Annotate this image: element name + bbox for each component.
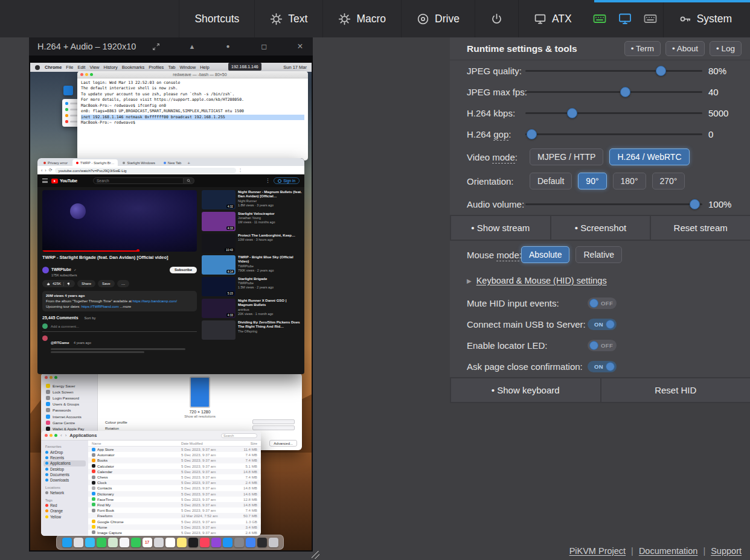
- window-resize-handle[interactable]: [312, 551, 319, 559]
- finder-file-row[interactable]: Calculator 5 Dec 2023, 9:37 am 5.1 MB: [88, 463, 261, 469]
- hid-settings-link[interactable]: Keyboard & Mouse (HID) settings: [476, 276, 607, 285]
- back-icon[interactable]: ‹: [41, 168, 42, 173]
- close-traffic-light[interactable]: [45, 434, 48, 437]
- hid-action-button[interactable]: • Show keyboard: [450, 378, 600, 402]
- slider-thumb[interactable]: [620, 87, 630, 97]
- toggle-switch[interactable]: OFF: [588, 340, 617, 351]
- settings-sidebar-item[interactable]: Lock Screen: [44, 389, 94, 395]
- advanced-button[interactable]: Advanced...: [269, 440, 297, 447]
- finder-column-headers[interactable]: Name Date Modified Size: [88, 441, 261, 447]
- close-traffic-light[interactable]: [45, 376, 48, 379]
- orientation-option[interactable]: Default: [530, 173, 572, 189]
- slider[interactable]: [525, 87, 702, 97]
- finder-file-row[interactable]: Google Chrome 5 Dec 2023, 9:37 am 1.3 GB: [88, 518, 261, 524]
- panel-header-button[interactable]: • About: [665, 41, 705, 56]
- finder-sidebar-item[interactable]: Documents: [43, 472, 86, 477]
- dock-icon[interactable]: [269, 538, 278, 547]
- dock-icon[interactable]: [62, 538, 72, 547]
- finder-file-row[interactable]: Books 5 Dec 2023, 9:37 am 7.4 MB: [88, 457, 261, 463]
- finder-file-row[interactable]: Clock 5 Dec 2023, 9:37 am 2.4 MB: [88, 480, 261, 485]
- colour-profile-dropdown[interactable]: [252, 419, 295, 424]
- slider-thumb[interactable]: [567, 108, 577, 118]
- finder-sidebar-item[interactable]: Tags: [43, 497, 86, 502]
- finder-sidebar-item[interactable]: Downloads: [43, 477, 86, 483]
- forward-icon[interactable]: ›: [45, 168, 46, 173]
- slider-thumb[interactable]: [690, 199, 700, 209]
- support-link[interactable]: Support: [711, 546, 742, 556]
- related-video[interactable]: Dividing By Zero/Slim Pickens Does The R…: [202, 320, 302, 340]
- finder-sidebar-item[interactable]: Applications: [43, 460, 86, 466]
- minimize-traffic-light[interactable]: [50, 434, 53, 437]
- related-video[interactable]: 4:33 Night Runner X Danni GSO | Magnum B…: [202, 299, 302, 318]
- video-mode-option[interactable]: MJPEG / HTTP: [530, 148, 603, 165]
- browser-tab[interactable]: TWRP - Starlight Br…: [72, 159, 118, 166]
- slider-thumb[interactable]: [527, 129, 537, 139]
- zoom-traffic-light[interactable]: [54, 434, 57, 437]
- nav-item-shortcuts[interactable]: Shortcuts: [179, 0, 254, 37]
- finder-search-field[interactable]: Search: [221, 433, 257, 438]
- toggle-switch[interactable]: OFF: [588, 298, 617, 309]
- dock-icon[interactable]: [131, 538, 141, 547]
- related-video[interactable]: 4:32 Night Runner - Magnum Bullets (feat…: [202, 190, 302, 209]
- save-button[interactable]: Save: [98, 280, 115, 287]
- finder-file-row[interactable]: Freeform 12 Mar 2024, 7:52 am 50.7 MB: [88, 513, 261, 518]
- nav-item-system[interactable]: System: [663, 0, 750, 37]
- settings-sidebar-item[interactable]: Passwords: [44, 407, 94, 413]
- window-dot-icon[interactable]: ●: [223, 43, 234, 49]
- finder-sidebar-item[interactable]: Recents: [43, 455, 86, 460]
- dock-icon[interactable]: [257, 538, 267, 547]
- minimize-traffic-light[interactable]: [50, 376, 53, 379]
- finder-file-row[interactable]: Automator 5 Dec 2023, 9:37 am 7.4 MB: [88, 452, 261, 457]
- nav-item-drive[interactable]: Drive: [401, 0, 475, 37]
- pikvm-project-link[interactable]: PiKVM Project: [569, 546, 626, 556]
- settings-sidebar-item[interactable]: Users & Groups: [44, 401, 94, 407]
- fullscreen-icon[interactable]: [150, 43, 161, 51]
- dock-icon[interactable]: [120, 538, 129, 547]
- forward-icon[interactable]: ›: [65, 433, 67, 438]
- rotation-dropdown[interactable]: [252, 425, 295, 430]
- description-link[interactable]: https://twrp.bandcamp.com/: [133, 299, 178, 303]
- slider-thumb[interactable]: [656, 66, 666, 76]
- like-button[interactable]: 425K: [42, 280, 75, 287]
- finder-sidebar-item[interactable]: Orange: [43, 508, 86, 514]
- subscribe-button[interactable]: Subscribe: [170, 267, 197, 273]
- slider[interactable]: [525, 129, 702, 139]
- new-tab-icon[interactable]: +: [187, 161, 190, 166]
- panel-header-button[interactable]: • Log: [710, 41, 742, 56]
- video-mode-option[interactable]: H.264 / WebRTC: [609, 148, 689, 165]
- related-video[interactable]: 5:23 Starlight Brigade TWRPtube 1.5M vie…: [202, 277, 302, 296]
- stream-action-button[interactable]: Reset stream: [650, 216, 750, 240]
- browser-tab[interactable]: Starlight Windows: [119, 159, 158, 166]
- reload-icon[interactable]: ⟳: [49, 168, 53, 173]
- back-icon[interactable]: ‹: [60, 433, 62, 438]
- slider[interactable]: [525, 66, 702, 76]
- finder-sidebar-item[interactable]: Yellow: [43, 514, 86, 520]
- audio-volume-slider[interactable]: [525, 199, 702, 209]
- channel-avatar[interactable]: [42, 267, 49, 273]
- dock-icon[interactable]: [211, 538, 221, 547]
- stream-action-button[interactable]: • Show stream: [450, 216, 550, 240]
- browser-menu-icon[interactable]: ⋮: [239, 168, 243, 173]
- dock-icon[interactable]: [165, 538, 175, 547]
- related-video[interactable]: 4:33 Starlight Velociraptor Jonathan You…: [202, 212, 302, 231]
- channel-name[interactable]: TWRPtube: [51, 267, 71, 272]
- stream-window-header[interactable]: H.264 + Audio – 1920x10 ▲ ● ◻ ×: [29, 37, 313, 56]
- finder-file-row[interactable]: FaceTime 5 Dec 2023, 9:37 am 12.8 MB: [88, 497, 261, 502]
- more-actions-button[interactable]: ⋯: [117, 280, 129, 287]
- nav-item-atx[interactable]: ATX: [518, 0, 587, 37]
- finder-sidebar-item[interactable]: Favourites: [43, 444, 86, 449]
- documentation-link[interactable]: Documentation: [639, 546, 698, 556]
- dock-icon[interactable]: [223, 538, 232, 547]
- nav-item-power[interactable]: [475, 0, 518, 37]
- orientation-option[interactable]: 270°: [652, 173, 685, 189]
- hid-action-button[interactable]: Reset HID: [600, 378, 750, 402]
- settings-sidebar-item[interactable]: Energy Saver: [44, 383, 94, 389]
- url-field[interactable]: youtube.com/watch?v=PvcJ9Q3iSwE-Lig: [55, 168, 236, 173]
- mouse-mode-option[interactable]: Relative: [575, 246, 622, 263]
- sign-in-button[interactable]: Sign in: [274, 177, 300, 184]
- original-size-icon[interactable]: ▲: [187, 43, 197, 50]
- sort-by-button[interactable]: Sort by: [85, 316, 96, 320]
- video-player[interactable]: [42, 190, 197, 252]
- dock-icon[interactable]: [154, 538, 164, 547]
- dock-icon[interactable]: [85, 538, 95, 547]
